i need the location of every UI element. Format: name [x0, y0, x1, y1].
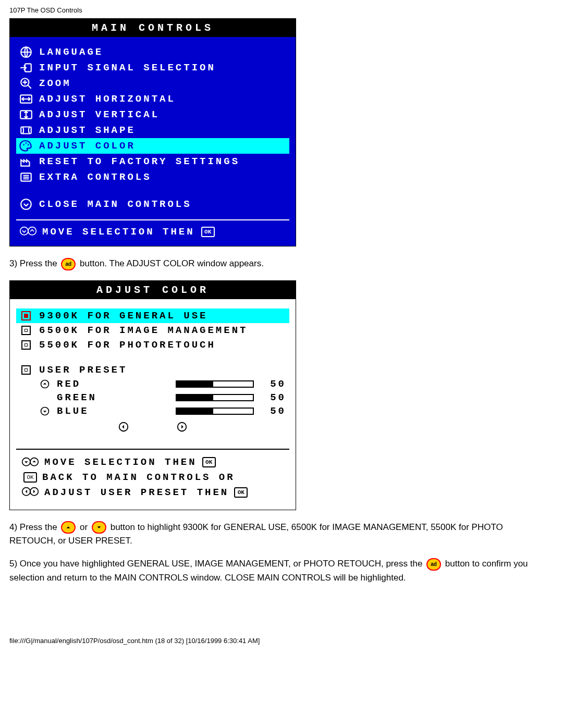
- menu-label: EXTRA CONTROLS: [39, 171, 152, 183]
- blue-slider[interactable]: [176, 408, 254, 415]
- menu-close-main-controls[interactable]: CLOSE MAIN CONTROLS: [16, 196, 289, 212]
- left-circle-icon[interactable]: [118, 421, 129, 434]
- svg-point-7: [26, 142, 27, 144]
- down-circle-icon: [39, 406, 51, 416]
- color-option-9300k[interactable]: 9300K FOR GENERAL USE: [16, 309, 289, 323]
- radio-unselected-icon: [19, 339, 33, 351]
- menu-extra-controls[interactable]: EXTRA CONTROLS: [16, 169, 289, 185]
- down-button-inline-icon: [92, 521, 106, 534]
- footer-text: ADJUST USER PRESET THEN: [44, 487, 229, 498]
- color-option-6500k[interactable]: 6500K FOR IMAGE MANAGEMENT: [16, 323, 289, 338]
- step5-line1: 5) Once you have highlighted GENERAL USE…: [9, 559, 425, 569]
- up-circle-icon: [39, 379, 51, 389]
- red-slider[interactable]: [176, 380, 254, 388]
- right-circle-icon[interactable]: [176, 421, 188, 434]
- svg-point-11: [20, 227, 28, 235]
- channel-name: GREEN: [57, 392, 119, 403]
- ok-icon: OK: [201, 227, 215, 237]
- up-down-circles-icon: [21, 456, 39, 468]
- footer-text: BACK TO MAIN CONTROLS OR: [42, 472, 235, 483]
- menu-language[interactable]: LANGUAGE: [16, 44, 289, 60]
- menu-adjust-horizontal[interactable]: ADJUST HORIZONTAL: [16, 91, 289, 107]
- option-label: 6500K FOR IMAGE MANAGEMENT: [39, 325, 248, 336]
- palette-icon: [19, 140, 33, 152]
- preset-green-row: GREEN 50: [16, 391, 289, 404]
- list-icon: [19, 171, 33, 183]
- channel-value: 50: [260, 378, 286, 390]
- step-3-text: 3) Press the button. The ADJUST COLOR wi…: [9, 257, 531, 270]
- left-right-circles-icon: [21, 486, 39, 498]
- globe-icon: [19, 46, 33, 58]
- radio-unselected-icon: [19, 364, 33, 376]
- footer-hint-text: MOVE SELECTION THEN: [42, 226, 195, 238]
- color-option-user-preset[interactable]: USER PRESET: [16, 363, 289, 377]
- menu-label: RESET TO FACTORY SETTINGS: [39, 156, 240, 167]
- footer-text: MOVE SELECTION THEN: [44, 456, 197, 468]
- factory-icon: [19, 155, 33, 168]
- menu-adjust-shape[interactable]: ADJUST SHAPE: [16, 122, 289, 138]
- channel-value: 50: [260, 392, 286, 403]
- radio-unselected-icon: [19, 325, 33, 336]
- adjust-footer-row-1: MOVE SELECTION THEN OK: [21, 455, 284, 470]
- up-button-inline-icon: [61, 521, 76, 534]
- preset-blue-row: BLUE 50: [16, 404, 289, 418]
- osd-title-adjust-color: ADJUST COLOR: [10, 281, 296, 299]
- osd-footer-hint: MOVE SELECTION THEN OK: [16, 226, 289, 243]
- osd-title-main: MAIN CONTROLS: [10, 19, 296, 37]
- horizontal-arrows-icon: [19, 93, 33, 105]
- menu-label: ADJUST COLOR: [39, 140, 136, 152]
- option-label: 9300K FOR GENERAL USE: [39, 310, 207, 322]
- osd-divider: [16, 449, 289, 450]
- menu-adjust-color[interactable]: ADJUST COLOR: [16, 138, 289, 154]
- up-down-circles-icon: [19, 226, 37, 238]
- magnifier-icon: [19, 77, 33, 90]
- svg-point-10: [21, 199, 31, 209]
- svg-point-6: [23, 144, 25, 146]
- shape-icon: [19, 124, 33, 137]
- option-label: 5500K FOR PHOTORETOUCH: [39, 339, 216, 351]
- vertical-arrows-icon: [19, 108, 33, 121]
- page-header: 107P The OSD Controls: [9, 6, 554, 14]
- ok-icon: OK: [234, 487, 248, 498]
- channel-value: 50: [260, 405, 286, 417]
- down-circle-icon: [19, 198, 33, 211]
- menu-label: ADJUST VERTICAL: [39, 109, 160, 120]
- menu-label: LANGUAGE: [39, 46, 103, 58]
- preset-red-row: RED 50: [16, 377, 289, 391]
- osd-divider: [16, 219, 289, 220]
- step4-prefix: 4) Press the: [9, 522, 59, 532]
- ok-icon: OK: [23, 472, 37, 483]
- adjust-footer-row-2: OK BACK TO MAIN CONTROLS OR: [21, 470, 284, 485]
- radio-selected-icon: [19, 310, 33, 322]
- step-4-text: 4) Press the or button to highlight 9300…: [9, 521, 531, 548]
- menu-adjust-vertical[interactable]: ADJUST VERTICAL: [16, 107, 289, 122]
- menu-label: ADJUST HORIZONTAL: [39, 93, 176, 105]
- osd-main-controls: MAIN CONTROLS LANGUAGE INPUT SIGNAL SELE…: [9, 18, 296, 246]
- svg-rect-5: [21, 127, 31, 134]
- step3-prefix: 3) Press the: [9, 258, 59, 268]
- menu-zoom[interactable]: ZOOM: [16, 76, 289, 91]
- osd-adjust-color: ADJUST COLOR 9300K FOR GENERAL USE 6500K…: [9, 280, 296, 510]
- color-option-5500k[interactable]: 5500K FOR PHOTORETOUCH: [16, 338, 289, 352]
- menu-label: ADJUST SHAPE: [39, 125, 136, 136]
- menu-label: CLOSE MAIN CONTROLS: [39, 199, 192, 210]
- ok-icon: OK: [202, 457, 216, 467]
- ok-button-inline-icon: [61, 258, 76, 270]
- ok-button-inline-icon: [426, 558, 441, 571]
- left-right-controls: [16, 418, 289, 441]
- menu-label: ZOOM: [39, 78, 71, 89]
- adjust-footer-row-3: ADJUST USER PRESET THEN OK: [21, 485, 284, 500]
- green-slider[interactable]: [176, 394, 254, 401]
- channel-name: RED: [57, 378, 119, 390]
- svg-point-12: [28, 227, 36, 235]
- channel-name: BLUE: [57, 405, 119, 417]
- input-arrow-icon: [19, 61, 33, 74]
- step4-mid: or: [80, 522, 90, 532]
- menu-label: INPUT SIGNAL SELECTION: [39, 62, 216, 73]
- menu-reset-factory[interactable]: RESET TO FACTORY SETTINGS: [16, 154, 289, 169]
- step3-suffix: button. The ADJUST COLOR window appears.: [80, 258, 264, 268]
- step-5-text: 5) Once you have highlighted GENERAL USE…: [9, 557, 531, 585]
- svg-point-8: [28, 144, 29, 146]
- menu-input-signal[interactable]: INPUT SIGNAL SELECTION: [16, 60, 289, 76]
- page-footer: file:///G|/manual/english/107P/osd/osd_c…: [9, 637, 554, 645]
